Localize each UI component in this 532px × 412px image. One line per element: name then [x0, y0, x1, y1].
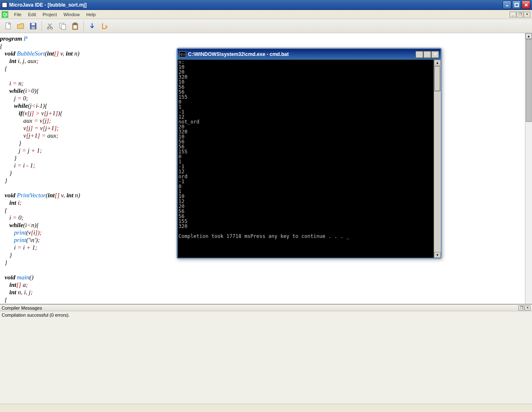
cmd-scrollbar[interactable]: ▲ ▼	[434, 60, 441, 258]
svg-rect-18	[74, 23, 76, 24]
compiler-message-text: Compilation successful (0 errors).	[2, 313, 70, 317]
cmd-maximize-button[interactable]: □	[423, 51, 431, 58]
copy-button[interactable]	[57, 20, 68, 32]
open-file-button[interactable]	[15, 20, 27, 32]
save-file-button[interactable]	[27, 20, 39, 32]
cmd-output[interactable]: n: 10 20 320 10 56 56 155 0 1 -1 12 not_…	[178, 60, 434, 258]
debug-button[interactable]	[99, 20, 110, 32]
cmd-titlebar[interactable]: C:\ C:\WINDOWS\system32\cmd.exe - cmd.ba…	[178, 49, 441, 60]
mdi-minimize-button[interactable]: _	[510, 12, 516, 17]
svg-rect-9	[32, 23, 35, 25]
command-window: C:\ C:\WINDOWS\system32\cmd.exe - cmd.ba…	[176, 48, 442, 259]
compiler-restore-button[interactable]: ❐	[518, 305, 524, 310]
new-file-button[interactable]	[2, 20, 14, 32]
cmd-scroll-thumb[interactable]	[434, 66, 440, 91]
menu-file[interactable]: File	[11, 11, 25, 18]
menu-window[interactable]: Window	[60, 11, 83, 18]
svg-text:Qt: Qt	[3, 12, 8, 17]
compiler-header-label: Compiler Messages	[2, 305, 518, 310]
toolbar-separator	[83, 21, 84, 31]
cmd-scroll-down[interactable]: ▼	[434, 252, 441, 258]
app-icon	[2, 2, 7, 8]
cmd-minimize-button[interactable]: _	[415, 51, 423, 58]
run-button[interactable]	[86, 20, 98, 32]
menu-help[interactable]: Help	[83, 11, 99, 18]
svg-rect-16	[61, 24, 66, 29]
svg-rect-10	[32, 27, 35, 29]
svg-rect-2	[515, 3, 518, 7]
maximize-button[interactable]	[512, 0, 521, 9]
statusbar	[0, 404, 532, 412]
window-title: MicroJava IDE - [bubble_sort.mj]	[9, 2, 503, 8]
paste-button[interactable]	[69, 20, 81, 32]
toolbar	[0, 19, 532, 33]
compiler-messages: Compilation successful (0 errors).	[0, 311, 532, 319]
cut-button[interactable]	[44, 20, 56, 32]
compiler-panel-header: Compiler Messages ❐ ✕	[0, 305, 532, 311]
svg-rect-19	[73, 25, 77, 29]
cmd-close-button[interactable]: ✕	[431, 51, 439, 58]
cmd-icon: C:\	[179, 51, 186, 57]
scroll-up-button[interactable]: ▲	[525, 33, 532, 39]
cmd-scroll-up[interactable]: ▲	[434, 60, 441, 65]
mdi-restore-button[interactable]: ❐	[517, 12, 523, 17]
cmd-title: C:\WINDOWS\system32\cmd.exe - cmd.bat	[188, 51, 415, 57]
toolbar-separator	[41, 21, 42, 31]
menubar: Qt FileEditProjectWindowHelp _ ❐ ✕	[0, 10, 532, 19]
compiler-close-button[interactable]: ✕	[525, 305, 530, 310]
minimize-button[interactable]	[503, 0, 511, 9]
menu-project[interactable]: Project	[39, 11, 60, 18]
window-titlebar: MicroJava IDE - [bubble_sort.mj]	[0, 0, 532, 10]
cmd-body: n: 10 20 320 10 56 56 155 0 1 -1 12 not_…	[178, 60, 441, 258]
qt-icon: Qt	[2, 11, 8, 18]
svg-rect-0	[2, 2, 7, 7]
scroll-thumb[interactable]	[526, 39, 532, 122]
close-button[interactable]	[522, 0, 530, 9]
menu-edit[interactable]: Edit	[25, 11, 39, 18]
mdi-close-button[interactable]: ✕	[524, 12, 530, 17]
